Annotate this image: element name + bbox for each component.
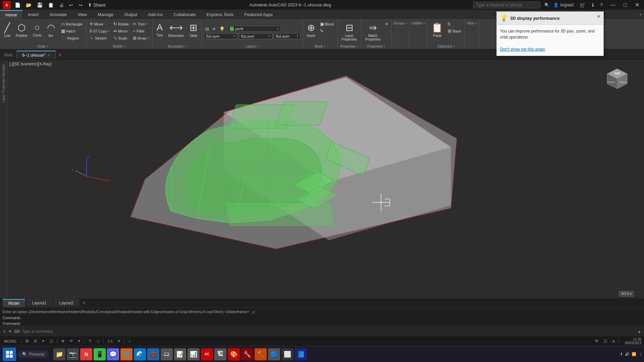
taskbar-autocad[interactable]: AC bbox=[201, 348, 213, 360]
tool-insert[interactable]: ⊕ Insert bbox=[305, 21, 317, 39]
taskbar-search[interactable]: 🔍 Procurar bbox=[18, 351, 49, 358]
tab-start[interactable]: Start bbox=[0, 51, 16, 59]
status-grid[interactable]: ⊞ bbox=[24, 339, 30, 343]
status-isolate[interactable]: ⚙ bbox=[594, 339, 600, 343]
status-scale-arrow[interactable]: ▾ bbox=[117, 339, 121, 343]
modify-expand-arrow[interactable]: ▾ bbox=[124, 45, 125, 48]
search-icon[interactable]: 🔍 bbox=[544, 3, 549, 7]
tool-block-edit[interactable]: ✎ bbox=[319, 28, 335, 34]
tool-layer-properties[interactable]: ⊟ LayerProperties bbox=[340, 21, 359, 43]
status-otrack[interactable]: ▾ bbox=[77, 339, 82, 343]
tab-addins[interactable]: Add-ins bbox=[143, 10, 168, 19]
tray-wifi[interactable]: 📶 bbox=[632, 352, 636, 356]
title-search-input[interactable] bbox=[473, 2, 540, 8]
taskbar-netflix[interactable]: N bbox=[80, 348, 92, 360]
tool-stretch[interactable]: ↔ Stretch bbox=[88, 35, 111, 41]
tab-output[interactable]: Output bbox=[119, 10, 143, 19]
status-add[interactable]: + bbox=[127, 339, 132, 343]
taskbar-revit[interactable]: 🏗 bbox=[214, 348, 226, 360]
tray-icon2[interactable]: 🔊 bbox=[625, 352, 630, 356]
status-polar[interactable]: ⊕ bbox=[60, 339, 66, 343]
clipboard-panel-label[interactable]: Clipboard ▾ bbox=[437, 45, 454, 48]
viewcube[interactable]: TOP RIGHT FRONT bbox=[604, 67, 631, 101]
taskbar-files[interactable]: 📁 bbox=[53, 348, 65, 360]
status-lineweight[interactable]: ✎ bbox=[87, 339, 93, 343]
tab-expresstools[interactable]: Express Tools bbox=[201, 10, 239, 19]
annotation-expand-arrow[interactable]: ▾ bbox=[185, 45, 186, 48]
tool-paste[interactable]: 📋 Paste bbox=[429, 21, 445, 39]
draw-expand-arrow[interactable]: ▾ bbox=[47, 45, 48, 48]
qat-redo[interactable]: ↪ bbox=[77, 2, 84, 8]
taskbar-app1[interactable]: 🎨 bbox=[228, 348, 240, 360]
block-expand-arrow[interactable]: ▾ bbox=[324, 45, 325, 48]
status-ortho[interactable]: ◫ bbox=[48, 339, 54, 343]
taskbar-app6[interactable]: 📘 bbox=[295, 348, 307, 360]
help-icon[interactable]: ? bbox=[599, 2, 604, 8]
taskbar-discord[interactable]: 💬 bbox=[107, 348, 119, 360]
drawing-canvas[interactable]: 1:100 Z X Y bbox=[7, 60, 644, 307]
tool-layer-off[interactable]: 💡 bbox=[218, 26, 226, 32]
taskbar-whatsapp[interactable]: 📱 bbox=[94, 348, 106, 360]
tab-home[interactable]: Home bbox=[0, 10, 22, 19]
qat-print[interactable]: 🖨 bbox=[58, 2, 65, 8]
model-tab-add-btn[interactable]: + bbox=[80, 300, 88, 306]
tab-annotate[interactable]: Annotate bbox=[44, 10, 72, 19]
tool-copy[interactable]: ⎘ 07 Copy ▾ bbox=[88, 28, 111, 34]
command-input-field[interactable] bbox=[22, 329, 635, 334]
wcs-label[interactable]: WCS ▾ bbox=[619, 291, 634, 297]
taskbar-notepad[interactable]: 📝 bbox=[174, 348, 186, 360]
utilities-expand-arrow[interactable]: ▾ bbox=[424, 22, 425, 25]
status-osnap[interactable]: ⟳ bbox=[68, 339, 74, 343]
block-panel-label[interactable]: Block ▾ bbox=[315, 45, 325, 48]
layerprops-expand-arrow[interactable]: ▾ bbox=[357, 45, 358, 48]
tab-extra[interactable]: ▾ bbox=[637, 10, 644, 19]
viewport[interactable]: [-][SE Isometric][X-Ray] bbox=[7, 60, 644, 307]
taskbar-powerpoint[interactable]: 📊 bbox=[187, 348, 200, 360]
tool-base[interactable]: ⊞ Base bbox=[446, 28, 462, 34]
clipboard-expand-arrow[interactable]: ▾ bbox=[453, 45, 454, 48]
status-scale[interactable]: 1:1 bbox=[106, 339, 114, 343]
qat-save[interactable]: 💾 bbox=[36, 2, 44, 8]
tab-collaborate[interactable]: Collaborate bbox=[168, 10, 201, 19]
taskbar-edge[interactable]: 🌊 bbox=[134, 348, 146, 360]
windows-start-btn[interactable] bbox=[3, 348, 16, 361]
status-transparency[interactable]: □ bbox=[96, 339, 101, 343]
tool-match-properties[interactable]: ⇒ MatchProperties bbox=[363, 21, 383, 43]
model-tab-layout1[interactable]: Layout1 bbox=[26, 299, 52, 307]
layers-expand-arrow[interactable]: ▾ bbox=[257, 45, 259, 48]
tool-hatch[interactable]: ▦ Hatch bbox=[60, 28, 84, 34]
bylayer-lineweight-dropdown[interactable]: ByLayer ▾ bbox=[274, 33, 301, 39]
modify-panel-label[interactable]: Modify ▾ bbox=[113, 45, 125, 48]
bylayer-color-dropdown[interactable]: ByLayer ▾ bbox=[204, 33, 237, 39]
taskbar-app3[interactable]: 🔨 bbox=[255, 348, 267, 360]
model-tab-model[interactable]: Model bbox=[3, 299, 25, 307]
taskbar-firefox[interactable]: 🌐 bbox=[120, 348, 132, 360]
tooltip-link[interactable]: Don't show me this again bbox=[500, 47, 545, 52]
tab-add-btn[interactable]: + bbox=[56, 51, 64, 59]
tool-mirror[interactable]: ⇔ Mirror bbox=[112, 28, 130, 34]
tab-view[interactable]: View bbox=[72, 10, 92, 19]
layer-selector[interactable]: perfil ▾ bbox=[227, 26, 281, 32]
taskbar-app2[interactable]: 🔧 bbox=[241, 348, 253, 360]
tool-layer-props[interactable]: ⊟ bbox=[204, 26, 210, 32]
tab-manage[interactable]: Manage bbox=[92, 10, 119, 19]
close-button[interactable]: ✕ bbox=[633, 2, 641, 8]
qat-open[interactable]: 📂 bbox=[24, 2, 33, 8]
layerprops-panel-label[interactable]: Properties ▾ bbox=[340, 45, 359, 48]
status-model-label[interactable]: MODEL bbox=[3, 339, 18, 343]
draw-panel-label[interactable]: Draw ▾ bbox=[38, 45, 48, 48]
qat-share[interactable]: ⬆ Share bbox=[87, 2, 107, 8]
tool-move[interactable]: ✛ Move bbox=[88, 21, 111, 27]
status-snap[interactable]: ⊟ bbox=[33, 339, 38, 343]
tool-scale[interactable]: ⤡ Scale bbox=[112, 35, 130, 41]
tool-copy-clip[interactable]: ⎘ bbox=[446, 21, 462, 27]
groups-expand-arrow[interactable]: ▾ bbox=[406, 22, 407, 25]
tool-line[interactable]: ╱ Line bbox=[2, 21, 12, 39]
taskbar-files2[interactable]: 🗂 bbox=[161, 348, 173, 360]
groups-panel-label[interactable]: Groups ▾ bbox=[393, 21, 407, 25]
tool-create-block[interactable]: ▣ Block bbox=[319, 21, 335, 27]
layers-panel-label[interactable]: Layers ▾ bbox=[246, 45, 259, 48]
tab-featuredapps[interactable]: Featured Apps bbox=[239, 10, 278, 19]
status-viewport[interactable]: ◫ bbox=[602, 339, 608, 343]
info-icon[interactable]: ℹ bbox=[591, 2, 595, 8]
